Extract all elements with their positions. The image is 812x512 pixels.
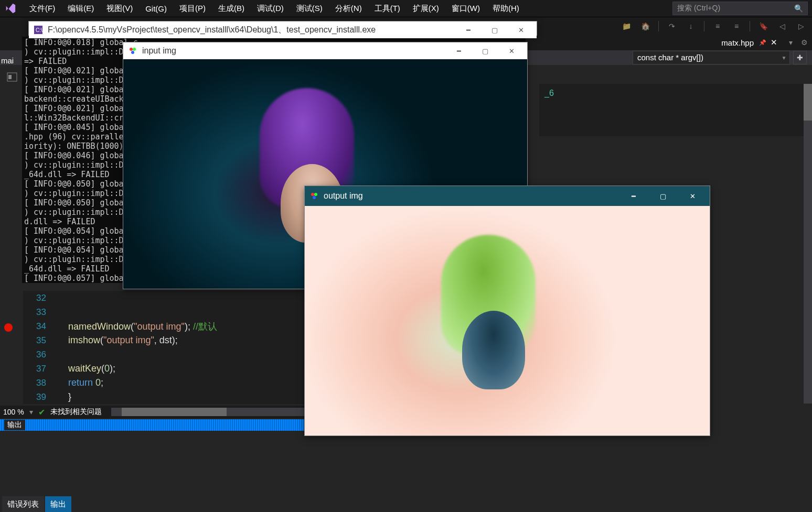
- line-number: 32: [23, 293, 54, 303]
- line-number: 34: [23, 321, 54, 332]
- bookmark-next-icon[interactable]: ▷: [795, 20, 807, 32]
- vertical-scrollbar[interactable]: [804, 84, 812, 404]
- opencv-icon: [310, 192, 318, 200]
- output-title: output img: [324, 191, 616, 201]
- separator: [704, 21, 704, 31]
- svg-point-8: [314, 193, 317, 196]
- output-titlebar[interactable]: output img ━ ▢ ✕: [305, 186, 710, 206]
- bookmark-icon[interactable]: 🔖: [757, 20, 769, 32]
- step-over-icon[interactable]: ↷: [666, 20, 678, 32]
- search-icon: 🔍: [794, 4, 803, 13]
- menu-tools[interactable]: 工具(T): [375, 4, 400, 14]
- search-input[interactable]: 搜索 (Ctrl+Q) 🔍: [672, 2, 808, 15]
- solution-explorer-icon[interactable]: 📁: [621, 20, 632, 32]
- menu-analysis[interactable]: 分析(N): [335, 4, 362, 14]
- step-into-icon[interactable]: ↓: [685, 20, 697, 32]
- add-button[interactable]: ✚: [793, 51, 807, 64]
- menu-project[interactable]: 项目(P): [179, 4, 206, 14]
- output-panel-header[interactable]: 输出: [0, 419, 304, 431]
- vs-logo-icon: [4, 2, 17, 15]
- code-text: }: [57, 391, 71, 402]
- settings-icon[interactable]: ⚙: [797, 38, 812, 47]
- minimize-button[interactable]: ━: [448, 43, 469, 58]
- tab-output[interactable]: 输出: [45, 496, 71, 512]
- separator: [750, 21, 750, 31]
- status-message: 未找到相关问题: [50, 407, 102, 417]
- svg-point-5: [133, 48, 136, 51]
- line-number: 37: [23, 364, 54, 374]
- scope-combo[interactable]: const char * argv[]): [633, 51, 790, 64]
- menu-edit[interactable]: 编辑(E): [68, 4, 94, 14]
- menu-view[interactable]: 视图(V): [106, 4, 133, 14]
- output-image-content: [305, 206, 710, 435]
- pin-icon[interactable]: 📌: [757, 39, 766, 46]
- tab-label: matx.hpp: [721, 38, 754, 47]
- input-titlebar[interactable]: input img ━ ▢ ✕: [123, 42, 527, 59]
- maximize-button[interactable]: ▢: [475, 43, 496, 58]
- line-number: 35: [23, 335, 54, 346]
- menu-bar: 文件(F) 编辑(E) 视图(V) Git(G) 项目(P) 生成(B) 调试(…: [0, 0, 812, 17]
- zoom-level[interactable]: 100 %: [3, 408, 24, 416]
- tab-matx-hpp[interactable]: matx.hpp 📌 ✕: [715, 35, 785, 50]
- indent-left-icon[interactable]: ≡: [712, 20, 723, 32]
- line-number: 36: [23, 350, 54, 360]
- console-exe-window[interactable]: C:\ F:\opencv4.5.5\myVsProject\test_open…: [28, 21, 537, 36]
- home-icon[interactable]: 🏠: [639, 20, 651, 32]
- code-text: return 0;: [57, 377, 103, 388]
- cmd-icon: C:\: [34, 26, 42, 34]
- zoom-dropdown-icon[interactable]: ▾: [29, 408, 33, 416]
- separator: [658, 21, 659, 31]
- svg-point-6: [131, 51, 134, 54]
- svg-text:C:\: C:\: [36, 27, 42, 33]
- maximize-button[interactable]: ▢: [484, 23, 505, 37]
- code-text: namedWindow("output img"); //默认: [57, 320, 217, 333]
- svg-rect-1: [8, 75, 12, 79]
- indent-right-icon[interactable]: ≡: [731, 20, 742, 32]
- console-titlebar[interactable]: C:\ F:\opencv4.5.5\myVsProject\test_open…: [29, 21, 537, 38]
- minimize-button[interactable]: ━: [458, 23, 479, 37]
- output-img-window[interactable]: output img ━ ▢ ✕: [304, 186, 710, 436]
- menu-file[interactable]: 文件(F): [29, 4, 55, 14]
- minimize-button[interactable]: ━: [622, 189, 646, 203]
- svg-point-4: [130, 48, 133, 51]
- maximize-button[interactable]: ▢: [651, 189, 675, 203]
- check-icon: ✔: [38, 407, 45, 417]
- close-button[interactable]: ✕: [680, 189, 704, 203]
- line-number: 39: [23, 392, 54, 402]
- svg-point-7: [311, 193, 314, 196]
- tab-error-list[interactable]: 错误列表: [2, 496, 44, 512]
- breakpoint-icon[interactable]: [4, 323, 13, 332]
- close-button[interactable]: ✕: [510, 23, 531, 37]
- scrollbar-thumb[interactable]: [122, 408, 227, 416]
- menu-build[interactable]: 生成(B): [218, 4, 244, 14]
- input-title: input img: [142, 46, 443, 56]
- menu-help[interactable]: 帮助(H): [493, 4, 519, 14]
- menu-git[interactable]: Git(G): [145, 4, 167, 13]
- close-icon[interactable]: ✕: [770, 38, 778, 47]
- svg-point-9: [313, 196, 316, 199]
- console-title: F:\opencv4.5.5\myVsProject\test_opencv_i…: [48, 25, 453, 36]
- tab-overflow-icon[interactable]: ▾: [785, 38, 797, 47]
- output-label: 输出: [4, 420, 25, 430]
- scrollbar-thumb[interactable]: [804, 84, 812, 121]
- close-button[interactable]: ✕: [501, 43, 522, 58]
- menu-debug[interactable]: 调试(D): [257, 4, 284, 14]
- tab-main[interactable]: mai: [1, 56, 14, 65]
- line-number: 38: [23, 378, 54, 388]
- left-toolbar: [2, 69, 22, 85]
- search-placeholder: 搜索 (Ctrl+Q): [677, 4, 720, 13]
- menu-test[interactable]: 测试(S): [296, 4, 323, 14]
- code-text: waitKey(0);: [57, 363, 115, 374]
- bottom-tab-bar: 错误列表 输出: [0, 497, 71, 512]
- menu-extensions[interactable]: 扩展(X): [413, 4, 439, 14]
- bookmark-prev-icon[interactable]: ◁: [776, 20, 788, 32]
- code-text: imshow("output img", dst);: [57, 335, 178, 346]
- menu-window[interactable]: 窗口(W): [452, 4, 480, 14]
- toggle-icon[interactable]: [4, 70, 20, 84]
- line-number: 33: [23, 307, 54, 318]
- opencv-icon: [129, 47, 137, 55]
- editor-pane[interactable]: _6: [539, 84, 812, 136]
